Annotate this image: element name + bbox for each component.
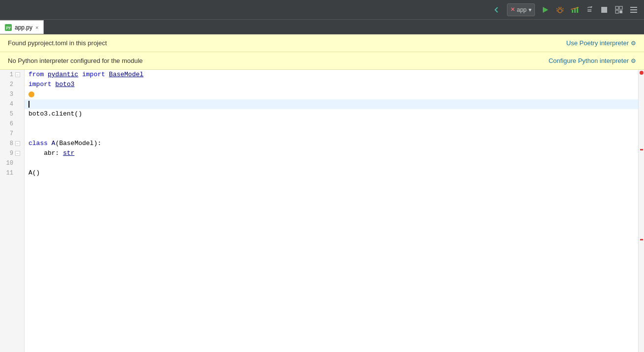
svg-line-5 — [562, 8, 563, 9]
warning-indicator-bottom — [640, 239, 643, 240]
poetry-banner-text: Found pyproject.toml in this project — [8, 39, 107, 47]
warning-indicator-mid — [640, 149, 643, 150]
line-number-5: 5 — [0, 109, 24, 119]
token: .client() — [48, 109, 82, 119]
fold-marker-8[interactable]: − — [15, 141, 20, 146]
svg-rect-18 — [616, 10, 618, 13]
interpreter-gear-icon: ⚙ — [631, 58, 636, 64]
token: (BaseModel): — [56, 139, 102, 148]
use-poetry-link-text: Use Poetry interpreter — [566, 39, 629, 47]
back-button[interactable] — [490, 3, 503, 16]
token: pydantic — [48, 70, 78, 80]
settings-button[interactable] — [627, 3, 640, 16]
token: boto3 — [56, 80, 75, 89]
scrollbar-gutter — [638, 70, 644, 352]
text-cursor — [28, 101, 29, 108]
token: A — [52, 139, 56, 148]
token: boto3 — [28, 109, 48, 119]
token: abr: — [28, 148, 63, 158]
line-number-8: 8− — [0, 139, 24, 148]
line-number-9: 9− — [0, 148, 24, 158]
tab-app-py[interactable]: py app.py × — [0, 20, 44, 34]
svg-marker-0 — [543, 7, 548, 13]
fold-marker-9[interactable]: − — [15, 151, 20, 156]
svg-point-1 — [558, 9, 562, 13]
code-line-8: class A(BaseModel): — [25, 139, 638, 148]
debug-button[interactable] — [554, 3, 566, 16]
run-button[interactable] — [539, 3, 552, 16]
svg-rect-15 — [601, 7, 607, 13]
poetry-banner: Found pyproject.toml in this project Use… — [0, 34, 644, 52]
svg-rect-20 — [630, 7, 637, 8]
token: import — [78, 70, 109, 80]
svg-rect-19 — [619, 10, 622, 13]
fold-marker-1[interactable]: − — [15, 72, 20, 77]
token: from — [28, 70, 48, 80]
bulb-icon-line-3 — [28, 91, 34, 97]
token: str — [63, 148, 74, 158]
token: class — [28, 139, 52, 148]
run-config-label: app — [517, 6, 527, 13]
code-line-2: import boto3 — [25, 80, 638, 89]
run-configuration[interactable]: ✕ app ▾ — [507, 3, 535, 16]
token: BaseModel — [109, 70, 143, 80]
poetry-gear-icon: ⚙ — [631, 40, 636, 47]
code-line-5: boto3.client() — [25, 109, 638, 119]
code-editor[interactable]: from pydantic import BaseModelimport bot… — [25, 70, 638, 352]
line-number-1: 1− — [0, 70, 24, 80]
line-number-10: 10 — [0, 158, 24, 168]
code-line-7 — [25, 129, 638, 139]
token: import — [28, 80, 56, 89]
code-line-10 — [25, 158, 638, 168]
interpreter-banner-text: No Python interpreter configured for the… — [8, 57, 143, 64]
svg-line-4 — [557, 8, 558, 9]
line-numbers: 1−2345678−9−1011 — [0, 70, 25, 352]
line-number-7: 7 — [0, 129, 24, 139]
code-line-4 — [25, 99, 638, 109]
code-line-1: from pydantic import BaseModel — [25, 70, 638, 80]
run-config-dropdown-icon[interactable]: ▾ — [529, 6, 532, 13]
layout-button[interactable] — [613, 3, 625, 16]
code-line-9: abr: str — [25, 148, 638, 158]
editor-container: 1−2345678−9−1011 from pydantic import Ba… — [0, 70, 644, 352]
tab-close-button[interactable]: × — [35, 25, 38, 30]
line-number-11: 11 — [0, 168, 24, 178]
code-line-3 — [25, 89, 638, 99]
svg-rect-22 — [630, 12, 637, 13]
toolbar: ✕ app ▾ — [0, 0, 644, 20]
error-indicator-top — [640, 71, 644, 75]
svg-rect-17 — [619, 6, 622, 9]
python-file-icon: py — [5, 24, 12, 31]
step-over-button[interactable] — [583, 3, 596, 16]
configure-interpreter-link-text: Configure Python interpreter — [549, 57, 629, 64]
token: A() — [28, 168, 40, 178]
interpreter-banner: No Python interpreter configured for the… — [0, 52, 644, 70]
svg-rect-8 — [572, 10, 573, 13]
stop-button[interactable] — [598, 3, 611, 16]
configure-python-interpreter-link[interactable]: Configure Python interpreter ⚙ — [549, 57, 636, 64]
svg-rect-16 — [616, 6, 618, 9]
line-number-2: 2 — [0, 80, 24, 89]
svg-rect-21 — [630, 9, 637, 10]
code-line-6 — [25, 119, 638, 129]
tab-bar: py app.py × — [0, 20, 644, 34]
line-number-3: 3 — [0, 89, 24, 99]
coverage-button[interactable] — [568, 3, 581, 16]
use-poetry-interpreter-link[interactable]: Use Poetry interpreter ⚙ — [566, 39, 636, 47]
run-config-close-icon[interactable]: ✕ — [510, 6, 515, 13]
line-number-4: 4 — [0, 99, 24, 109]
line-number-6: 6 — [0, 119, 24, 129]
tab-filename: app.py — [15, 24, 32, 31]
code-line-11: A() — [25, 168, 638, 178]
